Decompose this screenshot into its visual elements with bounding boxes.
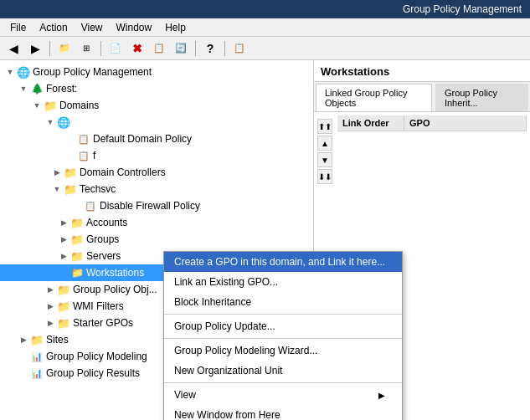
- tree-label-disablefirewall: Disable Firewall Policy: [100, 200, 200, 212]
- expander-forest[interactable]: ▼: [17, 82, 30, 95]
- tab-inherit[interactable]: Group Policy Inherit...: [435, 84, 528, 111]
- toolbar: ◀ ▶ 📁 ⊞ 📄 ✖ 📋 🔄 ? 📋: [0, 37, 530, 60]
- context-create-gpo[interactable]: Create a GPO in this domain, and Link it…: [164, 252, 402, 272]
- menu-bar: File Action View Window Help: [0, 18, 530, 37]
- gpobjects-icon: 📁: [57, 283, 70, 296]
- toolbar-separator-2: [100, 41, 101, 56]
- context-link-existing[interactable]: Link an Existing GPO...: [164, 272, 402, 292]
- properties-button[interactable]: 📋: [149, 39, 169, 58]
- f-icon: 📋: [77, 149, 90, 162]
- extra-button[interactable]: 📋: [229, 39, 250, 58]
- gpmodeling-icon: 📊: [30, 350, 44, 363]
- accounts-icon: 📁: [70, 216, 84, 229]
- table-header: Link Order GPO: [337, 115, 527, 131]
- link-existing-label: Link an Existing GPO...: [174, 276, 278, 288]
- startergpos-icon: 📁: [57, 316, 70, 330]
- tree-label-accounts: Accounts: [86, 217, 127, 228]
- tree-item-f[interactable]: 📋 f: [0, 147, 313, 164]
- menu-action[interactable]: Action: [33, 20, 74, 35]
- expander-gpresults: [17, 366, 30, 380]
- menu-window[interactable]: Window: [110, 20, 159, 35]
- expander-domains[interactable]: ▼: [30, 99, 44, 112]
- context-view[interactable]: View ▶: [164, 385, 402, 405]
- toolbar-separator-4: [224, 41, 225, 56]
- tree-label-domains: Domains: [59, 100, 99, 111]
- tree-label-forest: Forest:: [46, 83, 77, 95]
- nav-up-button[interactable]: ▲: [317, 136, 332, 151]
- back-button[interactable]: ◀: [3, 39, 23, 58]
- expander-ddp: [64, 132, 77, 146]
- expander-servers[interactable]: ▶: [57, 249, 70, 263]
- tree-item-dc[interactable]: ▶ 📁 Domain Controllers: [0, 164, 313, 181]
- help-button[interactable]: ?: [200, 39, 220, 58]
- forest-icon: 🌲: [30, 82, 44, 95]
- servers-icon: 📁: [70, 249, 84, 263]
- expander-workstations: [57, 266, 70, 279]
- expander-domain1[interactable]: ▼: [44, 115, 57, 129]
- gpupdate-label: Group Policy Update...: [174, 320, 275, 332]
- expander-gpm[interactable]: ▼: [3, 65, 17, 79]
- expander-accounts[interactable]: ▶: [57, 216, 70, 229]
- expander-wmifilters[interactable]: ▶: [44, 300, 57, 313]
- tree-item-disablefirewall[interactable]: 📋 Disable Firewall Policy: [0, 197, 313, 214]
- techsvc-icon: 📁: [64, 182, 77, 196]
- tree-label-workstations: Workstations: [86, 267, 144, 279]
- expand-button[interactable]: ⊞: [76, 39, 96, 58]
- expander-startergpos[interactable]: ▶: [44, 316, 57, 330]
- tree-label-sites: Sites: [46, 334, 69, 346]
- nav-bottom-button[interactable]: ⬇⬇: [317, 169, 332, 184]
- ddp-icon: 📋: [77, 132, 90, 146]
- groups-icon: 📁: [70, 233, 84, 246]
- col-link-order: Link Order: [337, 115, 404, 131]
- menu-file[interactable]: File: [3, 20, 33, 35]
- new-button[interactable]: 📄: [105, 39, 126, 58]
- block-inherit-label: Block Inheritance: [174, 296, 251, 308]
- wmifilters-icon: 📁: [57, 300, 70, 313]
- new-ou-label: New Organizational Unit: [174, 365, 282, 376]
- gpm-icon: 🌐: [17, 65, 30, 79]
- expander-gpobjects[interactable]: ▶: [44, 283, 57, 296]
- nav-down-button[interactable]: ▼: [317, 152, 332, 167]
- tree-item-groups[interactable]: ▶ 📁 Groups: [0, 231, 313, 248]
- expander-sites[interactable]: ▶: [17, 333, 30, 346]
- show-hide-tree-button[interactable]: 📁: [54, 39, 75, 58]
- tab-linked[interactable]: Linked Group Policy Objects: [316, 84, 432, 111]
- expander-f: [64, 149, 77, 162]
- tree-label-f: f: [93, 150, 95, 161]
- new-window-label: New Window from Here: [174, 409, 280, 420]
- tree-item-domain1[interactable]: ▼ 🌐: [0, 114, 313, 131]
- title-text: Group Policy Management: [403, 3, 522, 15]
- right-panel-title: Workstations: [314, 60, 530, 82]
- menu-view[interactable]: View: [75, 20, 110, 35]
- tree-item-forest[interactable]: ▼ 🌲 Forest:: [0, 80, 313, 97]
- context-gpmodeling[interactable]: Group Policy Modeling Wizard...: [164, 341, 402, 361]
- toolbar-separator-1: [49, 41, 50, 56]
- context-block-inherit[interactable]: Block Inheritance: [164, 292, 402, 312]
- sites-icon: 📁: [30, 333, 44, 346]
- context-gpupdate[interactable]: Group Policy Update...: [164, 316, 402, 336]
- expander-techsvc[interactable]: ▼: [50, 182, 64, 196]
- refresh-button[interactable]: 🔄: [171, 39, 191, 58]
- expander-groups[interactable]: ▶: [57, 233, 70, 246]
- expander-dc[interactable]: ▶: [50, 166, 64, 179]
- gpmodeling-label: Group Policy Modeling Wizard...: [174, 345, 317, 356]
- domain1-icon: 🌐: [57, 115, 70, 129]
- tree-item-techsvc[interactable]: ▼ 📁 Techsvc: [0, 181, 313, 197]
- context-new-window[interactable]: New Window from Here: [164, 405, 402, 420]
- tree-label-techsvc: Techsvc: [80, 183, 116, 195]
- tree-item-gpm[interactable]: ▼ 🌐 Group Policy Management: [0, 64, 313, 80]
- context-new-ou[interactable]: New Organizational Unit: [164, 361, 402, 381]
- tree-item-domains[interactable]: ▼ 📁 Domains: [0, 97, 313, 114]
- nav-top-button[interactable]: ⬆⬆: [317, 119, 332, 134]
- context-menu: Create a GPO in this domain, and Link it…: [163, 251, 403, 420]
- tree-label-gpm: Group Policy Management: [33, 66, 152, 78]
- workstations-icon: 📁: [70, 266, 84, 279]
- tree-item-accounts[interactable]: ▶ 📁 Accounts: [0, 214, 313, 231]
- tree-label-servers: Servers: [86, 250, 121, 262]
- forward-button[interactable]: ▶: [25, 39, 45, 58]
- delete-button[interactable]: ✖: [127, 39, 147, 58]
- tree-item-ddp[interactable]: 📋 Default Domain Policy: [0, 131, 313, 147]
- context-sep-1: [164, 314, 402, 315]
- menu-help[interactable]: Help: [158, 20, 193, 35]
- tree-label-dc: Domain Controllers: [80, 166, 166, 178]
